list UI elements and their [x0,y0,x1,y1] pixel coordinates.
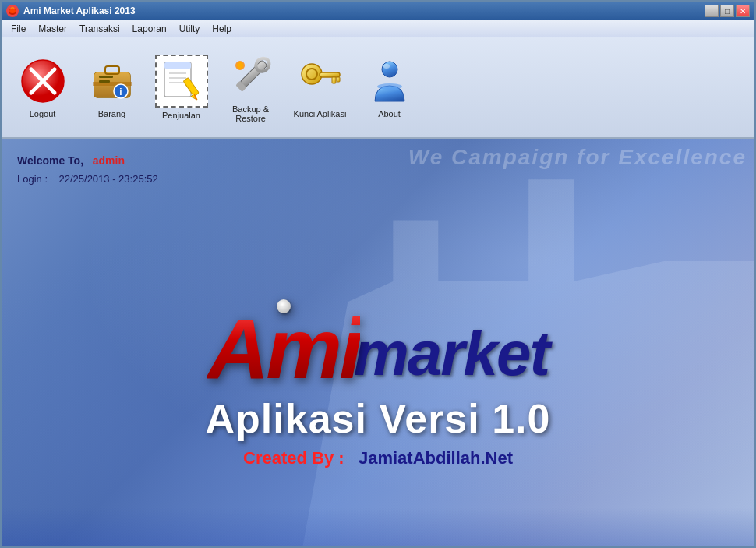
penjualan-label: Penjualan [162,111,200,120]
kunci-icon [295,56,345,106]
title-bar-left: Ami Market Aplikasi 2013 [6,5,136,17]
welcome-line: Welcome To, admin [17,154,158,167]
svg-rect-28 [320,72,340,77]
dot-on-i [277,299,291,313]
kunci-aplikasi-button[interactable]: Kunci Aplikasi [287,44,353,130]
svg-rect-12 [99,80,110,83]
close-button[interactable]: ✕ [736,5,750,17]
menu-bar: File Master Transaksi Laporan Utilty Hel… [2,20,754,37]
menu-file[interactable]: File [5,22,32,36]
main-content: We Campaign for Excellence Welcome To, a… [2,139,754,546]
backup-label: Backup & Restore [221,104,281,123]
svg-rect-29 [332,77,336,83]
svg-rect-8 [93,82,132,86]
logout-icon [18,56,68,106]
logo-area: Ami market Aplikasi Versi 1.0 Created By… [2,306,754,468]
menu-laporan[interactable]: Laporan [126,22,173,36]
logout-button[interactable]: Logout [9,44,76,130]
menu-help[interactable]: Help [206,22,238,36]
logo-row: Ami market [207,306,549,391]
backup-icon [226,51,276,101]
window-controls: — □ ✕ [705,5,750,17]
app-icon [6,5,19,17]
svg-point-33 [377,83,402,90]
menu-transaksi[interactable]: Transaksi [73,22,126,36]
svg-point-31 [382,62,397,77]
created-author: JamiatAbdillah.Net [359,448,513,468]
menu-master[interactable]: Master [32,22,73,36]
login-line: Login : 22/25/2013 - 23:25:52 [17,173,158,185]
logout-label: Logout [30,109,56,118]
penjualan-icon [155,55,208,108]
welcome-box: Welcome To, admin Login : 22/25/2013 - 2… [17,154,158,185]
ami-text: Ami [207,306,360,391]
app-version: Aplikasi Versi 1.0 [206,395,551,442]
admin-name: admin [93,154,125,167]
title-bar: Ami Market Aplikasi 2013 — □ ✕ [2,2,754,20]
svg-rect-14 [164,62,191,69]
market-text: market [354,323,549,385]
about-icon [365,56,415,106]
svg-rect-30 [337,77,340,82]
svg-text:i: i [119,87,122,97]
login-label: Login : [17,173,48,185]
about-label: About [378,109,401,118]
menu-utilty[interactable]: Utilty [173,22,207,36]
svg-point-26 [302,64,322,84]
login-time: 22/25/2013 - 23:25:52 [59,173,158,185]
svg-rect-11 [99,76,113,78]
people-area [2,507,754,546]
created-label: Created By : [243,448,344,468]
welcome-prefix: Welcome To, [17,154,83,167]
campaign-text: We Campaign for Excellence [408,145,747,170]
penjualan-button[interactable]: Penjualan [148,44,214,130]
svg-point-32 [383,64,390,69]
svg-point-25 [237,62,243,69]
svg-point-1 [9,9,16,13]
created-by-line: Created By : JamiatAbdillah.Net [243,448,513,468]
barang-button[interactable]: i Barang [79,44,145,130]
about-button[interactable]: About [356,44,422,130]
window-title: Ami Market Aplikasi 2013 [23,5,136,16]
barang-icon: i [87,56,137,106]
restore-button[interactable]: □ [720,5,734,17]
minimize-button[interactable]: — [705,5,719,17]
barang-label: Barang [98,109,125,118]
main-window: Ami Market Aplikasi 2013 — □ ✕ File Mast… [0,0,756,548]
kunci-label: Kunci Aplikasi [294,109,347,118]
backup-restore-button[interactable]: Backup & Restore [217,44,284,130]
toolbar: Logout [2,37,754,139]
